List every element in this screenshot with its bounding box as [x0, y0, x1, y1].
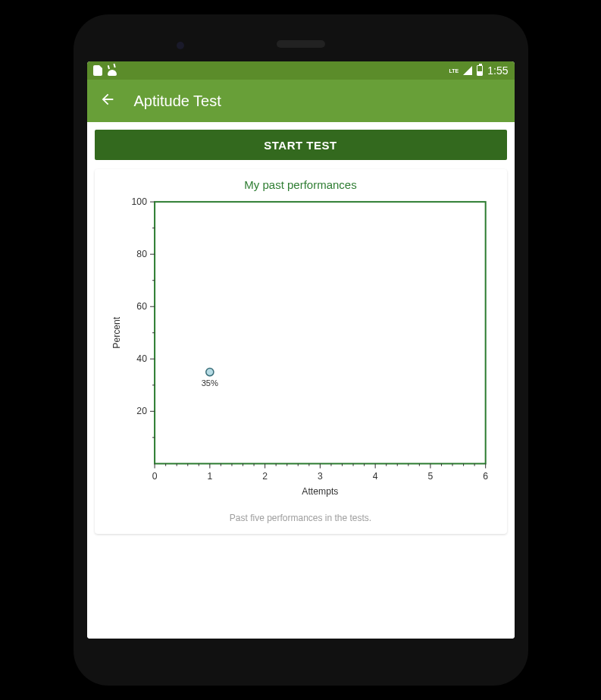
svg-text:Percent: Percent [111, 316, 122, 349]
svg-point-56 [205, 368, 213, 375]
performance-card: My past performances 204060801000123456A… [95, 169, 507, 534]
performance-chart: 204060801000123456AttemptsPercent35% [101, 194, 501, 505]
svg-text:0: 0 [152, 471, 157, 482]
content: START TEST My past performances 20406080… [87, 122, 515, 639]
device-frame: LTE 1:55 Aptitude Test START TEST My pas… [74, 14, 528, 686]
svg-text:40: 40 [136, 353, 147, 364]
svg-text:2: 2 [262, 471, 268, 482]
app-bar: Aptitude Test [87, 80, 515, 122]
svg-text:3: 3 [317, 471, 322, 482]
back-arrow-icon[interactable] [99, 91, 116, 111]
status-left [93, 65, 117, 76]
speaker-icon [277, 40, 325, 48]
start-test-button[interactable]: START TEST [95, 130, 507, 160]
svg-text:100: 100 [131, 196, 147, 207]
android-icon [107, 65, 117, 76]
page-title: Aptitude Test [134, 93, 221, 110]
status-bar: LTE 1:55 [87, 61, 515, 80]
svg-text:20: 20 [136, 406, 147, 416]
svg-text:6: 6 [483, 471, 488, 482]
svg-text:Attempts: Attempts [302, 486, 338, 497]
svg-text:4: 4 [372, 471, 377, 482]
svg-text:35%: 35% [201, 378, 218, 388]
svg-rect-0 [155, 202, 486, 463]
sim-icon [93, 65, 102, 76]
svg-text:1: 1 [207, 471, 212, 482]
battery-icon [477, 65, 483, 76]
svg-text:5: 5 [427, 471, 433, 482]
chart-title: My past performances [101, 178, 501, 191]
screen: LTE 1:55 Aptitude Test START TEST My pas… [87, 61, 515, 639]
svg-text:80: 80 [136, 249, 147, 259]
signal-icon [463, 66, 472, 75]
chart-footnote: Past five performances in the tests. [101, 513, 501, 523]
status-right: LTE 1:55 [449, 64, 509, 77]
svg-text:60: 60 [136, 301, 147, 312]
network-label: LTE [449, 68, 459, 74]
camera-icon [177, 42, 184, 49]
clock: 1:55 [487, 64, 508, 77]
